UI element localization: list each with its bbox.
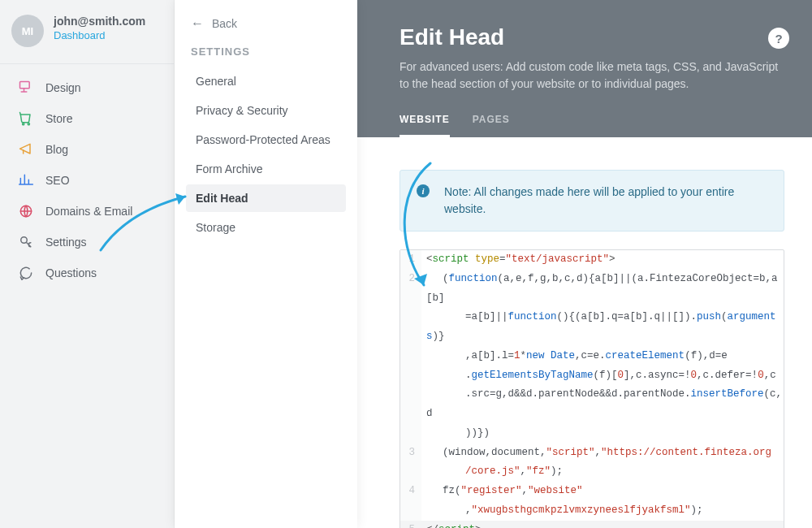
svg-point-4 <box>21 237 28 244</box>
info-icon: i <box>417 184 430 197</box>
settings-item-password-protected-areas[interactable]: Password-Protected Areas <box>186 126 346 154</box>
info-note: i Note: All changes made here will be ap… <box>400 170 784 232</box>
page-description: For advanced users: Add custom code like… <box>400 58 780 93</box>
settings-item-edit-head[interactable]: Edit Head <box>186 184 346 212</box>
settings-item-privacy-security[interactable]: Privacy & Security <box>186 97 346 124</box>
line-number: 1 <box>400 250 421 270</box>
svg-point-2 <box>28 123 29 125</box>
code-line[interactable]: 5</script> <box>400 521 784 529</box>
sidebar-item-label: Blog <box>45 143 68 156</box>
tab-pages[interactable]: PAGES <box>473 114 510 137</box>
design-icon <box>18 80 34 96</box>
sidebar-item-store[interactable]: Store <box>0 103 174 134</box>
seo-icon <box>18 172 34 188</box>
sidebar-item-settings[interactable]: Settings <box>0 227 174 258</box>
settings-heading: SETTINGS <box>183 42 349 66</box>
sidebar-item-label: Settings <box>45 236 87 249</box>
settings-item-general[interactable]: General <box>186 67 346 95</box>
line-number: 2 <box>400 270 421 444</box>
divider <box>0 63 174 64</box>
code-content[interactable]: </script> <box>421 521 784 529</box>
code-line[interactable]: 3(window,document,"script","https://cont… <box>400 444 784 483</box>
sidebar-item-domains[interactable]: Domains & Email <box>0 196 174 227</box>
code-line[interactable]: 2(function(a,e,f,g,b,c,d){a[b]||(a.Finte… <box>400 270 784 444</box>
tab-website[interactable]: WEBSITE <box>400 114 450 137</box>
main-header: ? Edit Head For advanced users: Add cust… <box>357 0 812 137</box>
store-icon <box>18 110 34 127</box>
back-button[interactable]: ← Back <box>183 11 349 42</box>
main-panel: ? Edit Head For advanced users: Add cust… <box>357 0 812 528</box>
sidebar-item-blog[interactable]: Blog <box>0 134 174 165</box>
code-content[interactable]: fz("register","website","xwugbsthgcmkpzl… <box>421 482 784 521</box>
code-content[interactable]: <script type="text/javascript"> <box>421 250 784 270</box>
settings-icon <box>18 234 34 250</box>
note-text: All changes made here will be applied to… <box>444 185 734 215</box>
code-line[interactable]: 1<script type="text/javascript"> <box>400 250 784 270</box>
line-number: 3 <box>400 444 421 483</box>
sidebar-item-label: Questions <box>45 266 97 279</box>
tabs: WEBSITEPAGES <box>400 114 780 137</box>
sidebar-item-design[interactable]: Design <box>0 72 174 103</box>
sidebar-item-label: Store <box>45 112 72 125</box>
help-button[interactable]: ? <box>768 28 789 49</box>
code-content[interactable]: (window,document,"script","https://conte… <box>421 444 784 483</box>
line-number: 4 <box>400 482 421 521</box>
line-number: 5 <box>400 521 421 529</box>
settings-sidebar: ← Back SETTINGS GeneralPrivacy & Securit… <box>175 0 357 528</box>
dashboard-link[interactable]: Dashboard <box>54 29 145 41</box>
code-line[interactable]: 4fz("register","website","xwugbsthgcmkpz… <box>400 482 784 521</box>
sidebar-item-questions[interactable]: Questions <box>0 258 174 288</box>
user-block: MI john@smith.com Dashboard <box>0 15 174 58</box>
blog-icon <box>18 141 34 158</box>
sidebar-item-seo[interactable]: SEO <box>0 165 174 196</box>
code-content[interactable]: (function(a,e,f,g,b,c,d){a[b]||(a.Fintez… <box>421 270 784 444</box>
settings-item-storage[interactable]: Storage <box>186 214 346 241</box>
primary-sidebar: MI john@smith.com Dashboard DesignStoreB… <box>0 0 175 528</box>
domains-icon <box>18 203 34 219</box>
sidebar-item-label: Design <box>45 81 81 94</box>
svg-rect-0 <box>20 82 30 89</box>
sidebar-item-label: Domains & Email <box>45 205 132 218</box>
user-email: john@smith.com <box>54 15 145 28</box>
settings-item-form-archive[interactable]: Form Archive <box>186 155 346 183</box>
svg-point-1 <box>23 123 24 125</box>
avatar: MI <box>11 15 44 47</box>
sidebar-item-label: SEO <box>45 174 70 187</box>
questions-icon <box>18 265 34 281</box>
arrow-left-icon: ← <box>191 16 204 31</box>
code-editor[interactable]: 1<script type="text/javascript">2(functi… <box>400 249 784 528</box>
page-title: Edit Head <box>400 24 780 50</box>
note-prefix: Note: <box>444 185 471 198</box>
back-label: Back <box>212 17 237 30</box>
